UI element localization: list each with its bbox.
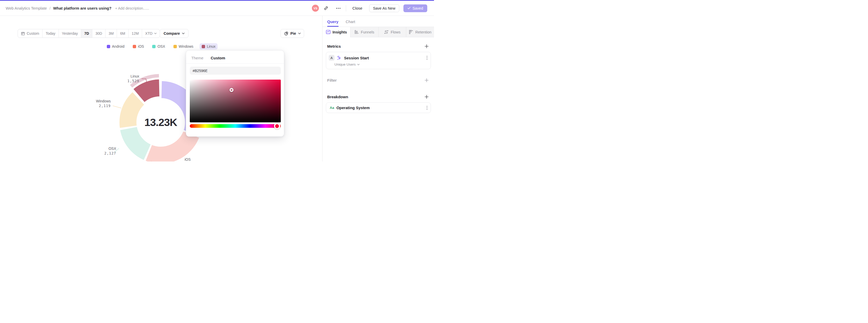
page-title[interactable]: What platform are users using? <box>53 6 112 10</box>
insight-tab-label: Funnels <box>361 30 374 34</box>
legend-label: iOS <box>138 44 144 49</box>
insights-icon <box>326 30 331 34</box>
date-range-yesterday[interactable]: Yesterday <box>59 29 82 38</box>
breakdown-label: Operating System <box>337 105 424 110</box>
metrics-heading: Metrics <box>327 44 341 49</box>
flows-icon <box>384 30 389 34</box>
legend-swatch <box>152 45 156 48</box>
metrics-section-header: Metrics <box>322 43 434 49</box>
insight-tab-label: Flows <box>391 30 401 34</box>
legend-item-windows[interactable]: Windows <box>172 43 195 50</box>
property-type-badge: Aa <box>329 106 334 110</box>
sidebar-tabs: Query Chart <box>322 16 434 27</box>
compare-button[interactable]: Compare <box>160 29 188 38</box>
date-range-label: 12M <box>132 31 139 35</box>
breadcrumb-root-link[interactable]: Web Analytics Template <box>6 6 47 10</box>
plus-icon <box>425 78 429 82</box>
header-actions: VS Close Save As New Saved <box>312 4 434 13</box>
legend-label: Windows <box>179 44 193 49</box>
legend-item-android[interactable]: Android <box>105 43 126 50</box>
chart-type-button[interactable]: Pie <box>281 29 304 38</box>
chevron-down-icon <box>357 64 360 65</box>
query-sidebar: Query Chart InsightsFunnelsFlowsRetentio… <box>322 16 434 162</box>
add-metric-button[interactable] <box>423 43 430 49</box>
legend-item-linux[interactable]: Linux <box>199 43 218 50</box>
filter-section-header: Filter <box>322 77 434 83</box>
date-range-30d[interactable]: 30D <box>92 29 105 38</box>
breakdown-card[interactable]: Aa Operating System <box>326 102 431 113</box>
metric-card[interactable]: A Session Start Unique Users <box>326 52 431 69</box>
header: Web Analytics Template / What platform a… <box>0 1 434 16</box>
date-range-label: 7D <box>84 31 89 35</box>
avatar[interactable]: VS <box>312 5 319 12</box>
breakdown-menu-button[interactable] <box>427 106 428 110</box>
add-breakdown-button[interactable] <box>423 94 430 100</box>
link-icon <box>324 6 328 10</box>
saturation-area[interactable] <box>190 79 281 122</box>
slice-label-name: iOS <box>185 157 208 162</box>
add-description-button[interactable]: + Add description...... <box>115 6 149 10</box>
picker-divider <box>186 63 284 64</box>
date-range-xtd[interactable]: XTD <box>142 29 160 38</box>
date-range-today[interactable]: Today <box>42 29 59 38</box>
color-picker-tabs: Theme Custom <box>186 51 284 63</box>
date-range-3m[interactable]: 3M <box>105 29 117 38</box>
insight-tab-retention[interactable]: Retention <box>406 27 434 37</box>
date-range-segmented-control: CustomTodayYesterday7D30D3M6M12MXTD <box>18 29 160 38</box>
tab-custom[interactable]: Custom <box>211 56 225 60</box>
slice-label-name: OSX <box>95 146 116 151</box>
legend-swatch <box>174 45 177 48</box>
date-range-custom[interactable]: Custom <box>18 29 42 38</box>
hue-slider[interactable] <box>190 124 281 128</box>
more-options-button[interactable] <box>334 4 343 13</box>
add-filter-button[interactable] <box>423 77 430 83</box>
breakdown-heading: Breakdown <box>327 95 348 99</box>
insight-tab-flows[interactable]: Flows <box>378 27 406 37</box>
ellipsis-icon <box>336 7 341 9</box>
metric-menu-button[interactable] <box>427 56 428 60</box>
date-range-6m[interactable]: 6M <box>117 29 128 38</box>
date-range-label: 6M <box>120 31 125 35</box>
donut-slice-osx[interactable] <box>120 127 151 160</box>
label-connector-windows <box>113 106 121 108</box>
aggregation-label: Unique Users <box>335 62 356 66</box>
legend-swatch <box>107 45 110 48</box>
share-link-button[interactable] <box>321 4 330 13</box>
hue-slider-thumb[interactable] <box>274 123 280 129</box>
slice-label-windows: Windows2,119 <box>90 99 111 108</box>
chart-legend: AndroidiOSOSXWindowsLinux <box>0 43 322 50</box>
hex-color-input[interactable] <box>190 67 281 75</box>
header-divider <box>346 5 346 11</box>
save-as-new-button[interactable]: Save As New <box>369 4 399 12</box>
kebab-icon <box>427 106 428 110</box>
insight-tab-funnels[interactable]: Funnels <box>350 27 378 37</box>
legend-item-osx[interactable]: OSX <box>150 43 167 50</box>
date-range-label: 30D <box>95 31 102 35</box>
breadcrumb: Web Analytics Template / What platform a… <box>0 6 149 10</box>
tab-query[interactable]: Query <box>327 20 338 27</box>
saturation-picker-ring[interactable] <box>230 88 234 92</box>
legend-swatch <box>133 45 136 48</box>
date-range-7d[interactable]: 7D <box>81 29 92 38</box>
insight-type-tabs: InsightsFunnelsFlowsRetention <box>322 27 434 37</box>
slice-label-value: 1,529 <box>119 78 139 83</box>
saved-button[interactable]: Saved <box>403 4 427 12</box>
metric-aggregation-dropdown[interactable]: Unique Users <box>335 62 360 66</box>
tab-theme[interactable]: Theme <box>191 56 204 60</box>
slice-label-name: Windows <box>90 99 111 103</box>
close-button[interactable]: Close <box>349 4 365 12</box>
calendar-icon <box>21 32 25 35</box>
insight-editor-window: Web Analytics Template / What platform a… <box>0 0 434 162</box>
plus-icon <box>425 95 429 99</box>
color-picker-popover: Theme Custom <box>186 50 284 137</box>
legend-item-ios[interactable]: iOS <box>131 43 146 50</box>
slice-label-linux: Linux1,529 <box>119 74 139 83</box>
chevron-down-icon <box>182 33 185 34</box>
date-range-label: XTD <box>145 31 152 35</box>
metric-label: Session Start <box>344 56 424 60</box>
tab-chart[interactable]: Chart <box>346 20 355 27</box>
slice-label-value: 2,119 <box>90 103 111 108</box>
legend-label: OSX <box>157 44 165 49</box>
date-range-12m[interactable]: 12M <box>129 29 142 38</box>
insight-tab-insights[interactable]: Insights <box>322 27 350 37</box>
